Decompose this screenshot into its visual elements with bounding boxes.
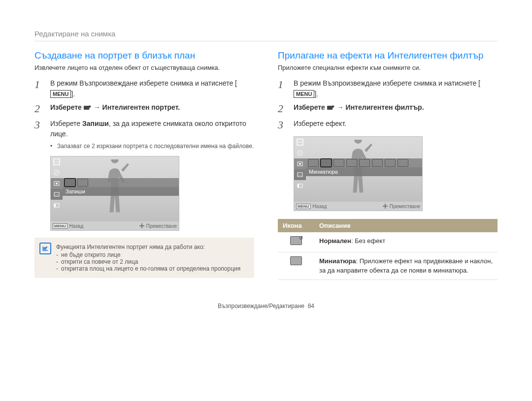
breadcrumb: Редактиране на снимка — [34, 30, 498, 41]
camera-preview-left: Запиши MENUНазад Преместване — [50, 156, 179, 231]
svg-rect-17 — [298, 173, 302, 177]
right-column: Прилагане на ефекти на Интелигентен филт… — [278, 50, 498, 280]
effect-normal-icon — [290, 236, 302, 245]
left-lead: Извлечете лицето на отделен обект от същ… — [34, 64, 254, 71]
menu-button-label: MENU — [50, 90, 71, 98]
svg-point-1 — [88, 106, 91, 108]
note-item: откритата площ на лицето е по-голяма от … — [56, 265, 247, 272]
left-step2: Изберете → Интелигентен портрет. — [50, 102, 254, 115]
note-icon — [39, 243, 51, 254]
preview-label: Запиши — [63, 187, 179, 196]
left-title: Създаване на портрет в близък план — [34, 50, 254, 61]
sidebar-icon — [51, 156, 63, 167]
edit-tools-icon — [84, 105, 92, 111]
page-footer: Възпроизвеждане/Редактиране 84 — [34, 303, 498, 309]
svg-rect-7 — [54, 192, 59, 196]
svg-rect-9 — [54, 204, 56, 207]
dpad-icon — [139, 223, 144, 228]
note-box: Функцията Интелигентен портрет няма да р… — [34, 238, 254, 278]
camera-preview-right: Миниатюра MENUНазад Преместване — [294, 136, 423, 211]
sidebar-icon — [51, 189, 63, 200]
edit-tools-icon — [327, 105, 335, 111]
sidebar-icon — [294, 148, 306, 158]
left-step3: Изберете Запиши, за да изрежете снимката… — [50, 119, 254, 152]
note-title: Функцията Интелигентен портрет няма да р… — [56, 244, 205, 250]
sidebar-icon — [294, 137, 306, 148]
option-strip — [306, 158, 422, 167]
preview-move: Преместване — [146, 223, 177, 229]
effects-table: Икона Описание Нормален: Без ефект Миниа… — [278, 219, 498, 280]
preview-label: Миниатюра — [306, 167, 422, 176]
option-strip — [63, 178, 179, 187]
note-item: открити са повече от 2 лица — [56, 258, 247, 265]
right-lead: Приложете специални ефекти към снимките … — [278, 64, 498, 71]
svg-rect-19 — [298, 184, 299, 187]
right-step2: Изберете → Интелигентен филтър. — [294, 102, 498, 115]
sidebar-icon — [51, 178, 63, 189]
step-number: 1 — [278, 78, 287, 99]
th-icon: Икона — [278, 219, 314, 232]
table-row: Миниатюра: Приложете ефект на придвижван… — [278, 252, 498, 279]
option-icon — [372, 159, 383, 167]
option-icon — [77, 179, 88, 186]
step-number: 3 — [278, 119, 287, 131]
svg-point-16 — [299, 163, 301, 165]
menu-button-label: MENU — [294, 90, 314, 98]
preview-move: Преместване — [390, 204, 420, 209]
step-number: 3 — [34, 119, 43, 152]
option-icon — [308, 159, 319, 167]
left-step3-bullet: Запазват се 2 изрязани портрета с послед… — [50, 142, 254, 151]
step-number: 2 — [34, 102, 43, 115]
preview-back: Назад — [313, 204, 327, 209]
svg-rect-10 — [327, 106, 332, 110]
left-column: Създаване на портрет в близък план Извле… — [34, 50, 254, 280]
step-number: 1 — [34, 78, 43, 99]
option-icon — [65, 179, 75, 186]
option-icon — [398, 159, 408, 167]
menu-tag: MENU — [53, 223, 67, 229]
sidebar-icon — [294, 158, 306, 169]
sidebar-icon — [51, 200, 63, 211]
th-desc: Описание — [314, 219, 498, 232]
dpad-icon — [383, 204, 388, 209]
option-icon — [333, 159, 344, 167]
option-icon — [385, 159, 396, 167]
table-row: Нормален: Без ефект — [278, 232, 498, 252]
step-number: 2 — [278, 102, 287, 115]
effect-miniature-icon — [290, 256, 302, 265]
right-title: Прилагане на ефекти на Интелигентен филт… — [278, 50, 498, 61]
right-step1: В режим Възпроизвеждане изберете снимка … — [294, 78, 498, 99]
svg-rect-0 — [84, 106, 89, 110]
option-icon — [321, 159, 332, 167]
menu-tag: MENU — [296, 204, 311, 209]
sidebar-icon — [294, 180, 306, 191]
svg-point-11 — [332, 106, 334, 108]
note-item: не бъде открито лице — [56, 251, 247, 258]
left-step1: В режим Възпроизвеждане изберете снимка … — [50, 78, 254, 99]
preview-back: Назад — [69, 223, 84, 229]
sidebar-icon — [294, 169, 306, 180]
right-step3: Изберете ефект. — [294, 119, 498, 131]
option-icon — [359, 159, 370, 167]
sidebar-icon — [51, 167, 63, 178]
svg-point-6 — [56, 183, 58, 185]
option-icon — [346, 159, 357, 167]
